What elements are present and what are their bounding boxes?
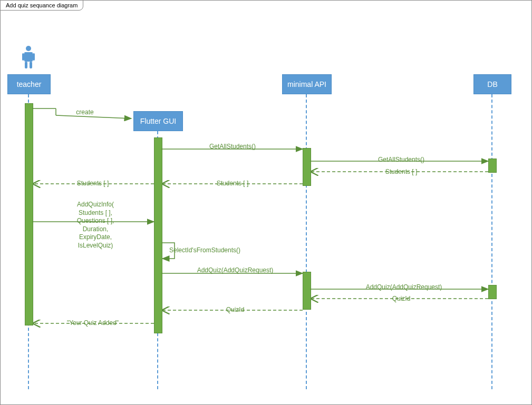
participant-db: DB — [473, 74, 511, 94]
msg-students2: Students [ ] — [211, 180, 254, 188]
participant-teacher-label: teacher — [17, 80, 42, 88]
activation-db-1 — [488, 159, 497, 173]
msg-addquiz1: AddQuiz(AddQuizRequest) — [190, 266, 280, 275]
msg-quizid2: QuizId — [219, 306, 251, 314]
msg-addquiz2: AddQuiz(AddQuizRequest) — [359, 283, 449, 292]
participant-db-label: DB — [487, 80, 497, 88]
msg-quizadded: "Your Quiz Added" — [59, 319, 127, 328]
msg-students1: Students [ ] — [380, 168, 422, 176]
lifeline-db — [491, 94, 492, 389]
participant-api-label: minimal API — [287, 80, 326, 88]
msg-quizid1: QuizId — [385, 295, 417, 303]
msg-getallstudents1: GetAllStudents() — [201, 143, 264, 151]
activation-db-2 — [488, 285, 497, 299]
activation-teacher — [25, 103, 33, 325]
msg-selectids: SelectId'sFromStudents() — [169, 246, 254, 255]
participant-gui-label: Flutter GUI — [140, 117, 176, 125]
svg-rect-5 — [30, 62, 32, 68]
msg-addquizinfo: AddQuizInfo( Students [ ], Questions [ ]… — [64, 201, 127, 250]
lifeline-api — [306, 94, 307, 389]
msg-create: create — [64, 108, 106, 117]
activation-api-1 — [303, 148, 311, 186]
activation-gui — [154, 137, 162, 333]
activation-api-2 — [303, 272, 311, 310]
diagram-frame: Add quiz sequance diagram teacher Flutte… — [0, 0, 532, 405]
svg-rect-3 — [33, 53, 35, 61]
diagram-title: Add quiz sequance diagram — [0, 0, 83, 11]
svg-rect-1 — [24, 52, 33, 62]
participant-gui: Flutter GUI — [133, 111, 183, 131]
actor-icon — [22, 45, 35, 71]
svg-rect-4 — [25, 62, 27, 68]
msg-students3: Students [ ] — [72, 180, 114, 188]
svg-point-0 — [26, 46, 31, 51]
participant-api: minimal API — [282, 74, 332, 94]
participant-teacher: teacher — [7, 74, 51, 94]
svg-rect-2 — [22, 53, 24, 61]
msg-getallstudents2: GetAllStudents() — [370, 156, 433, 164]
